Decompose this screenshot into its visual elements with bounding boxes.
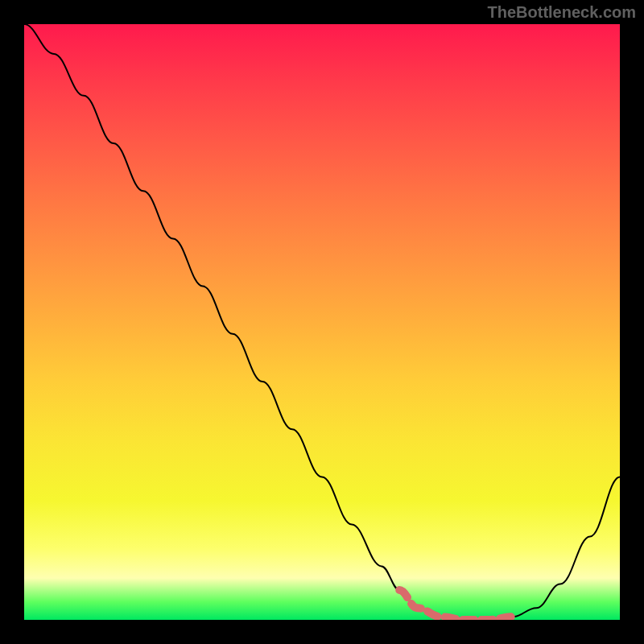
optimal-range-marker	[399, 590, 513, 620]
watermark-text: TheBottleneck.com	[488, 3, 636, 22]
chart-plot-area	[24, 24, 620, 620]
bottleneck-curve-line	[24, 24, 620, 620]
chart-svg	[24, 24, 620, 620]
